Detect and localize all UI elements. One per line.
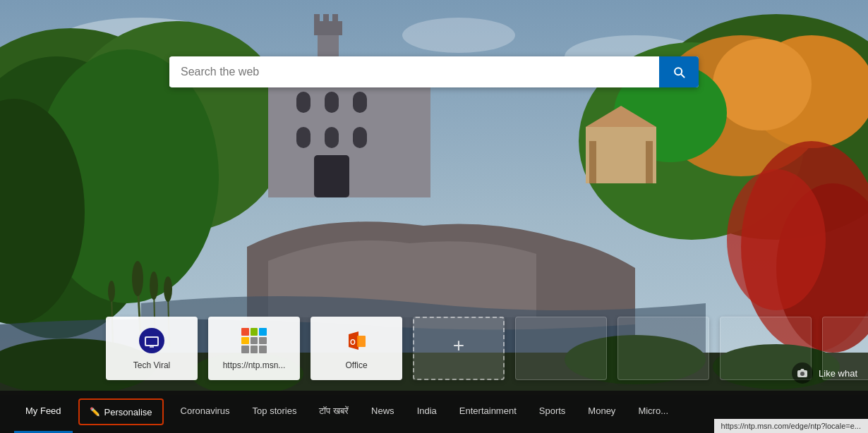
nav-news[interactable]: News [360,391,406,433]
svg-rect-19 [325,92,339,113]
quick-link-office[interactable]: O Office [311,317,402,380]
svg-point-33 [164,276,172,302]
like-what-text: Like what [819,368,857,379]
add-icon: + [445,331,473,360]
svg-point-55 [800,372,804,376]
svg-rect-20 [353,92,367,113]
nav-micro[interactable]: Micro... [627,391,680,433]
office-icon: O [343,327,370,354]
svg-rect-21 [296,127,311,148]
quick-link-tech-viral[interactable]: Tech Viral [106,317,198,380]
tech-viral-label: Tech Viral [133,360,170,370]
svg-rect-18 [296,92,311,113]
nav-money[interactable]: Money [577,391,627,433]
svg-point-10 [713,39,812,130]
quick-link-placeholder-1[interactable] [515,317,607,380]
office-icon-wrap: O [342,327,370,355]
status-url: https://ntp.msn.com/edge/ntp?locale=e... [721,422,861,430]
office-label: Office [345,360,367,370]
svg-point-31 [150,272,158,300]
svg-rect-15 [323,14,329,25]
status-bar: https://ntp.msn.com/edge/ntp?locale=e... [714,419,868,433]
tech-viral-icon [138,327,166,355]
nav-india[interactable]: India [406,391,448,433]
svg-point-29 [132,261,143,296]
like-what-section[interactable]: Like what [792,362,857,384]
search-button[interactable] [659,56,699,87]
svg-rect-23 [353,127,367,148]
search-icon [672,65,686,79]
nav-top-stories[interactable]: Top stories [241,391,308,433]
nav-sports[interactable]: Sports [528,391,577,433]
svg-rect-50 [146,338,157,345]
svg-rect-47 [589,141,596,183]
svg-rect-24 [314,155,349,197]
nav-my-feed[interactable]: My Feed [14,391,73,433]
quick-link-placeholder-2[interactable] [617,317,709,380]
svg-rect-14 [314,14,320,25]
search-container [169,56,699,87]
svg-text:O: O [350,339,356,346]
quick-link-add[interactable]: + [413,317,505,380]
personalise-button[interactable]: ✏️ Personalise [78,398,164,425]
svg-point-38 [727,169,826,310]
quick-link-msn[interactable]: https://ntp.msn... [208,317,300,380]
search-box [169,56,699,87]
svg-rect-22 [325,127,339,148]
svg-rect-51 [150,346,154,348]
svg-rect-16 [332,14,338,25]
msn-icon [240,327,268,355]
camera-icon [792,362,813,384]
tv-icon [139,328,164,353]
pencil-icon: ✏️ [90,407,100,417]
search-input[interactable] [169,57,659,87]
nav-entertainment[interactable]: Entertainment [448,391,528,433]
svg-point-35 [108,281,115,302]
svg-rect-48 [646,141,653,183]
nav-hindi-top[interactable]: टॉप खबरें [308,391,360,433]
svg-rect-52 [357,336,366,347]
svg-point-3 [402,18,515,53]
nav-coronavirus[interactable]: Coronavirus [169,391,241,433]
msn-label: https://ntp.msn... [223,360,286,370]
quick-links: Tech Viral https://ntp.msn... [106,317,868,380]
